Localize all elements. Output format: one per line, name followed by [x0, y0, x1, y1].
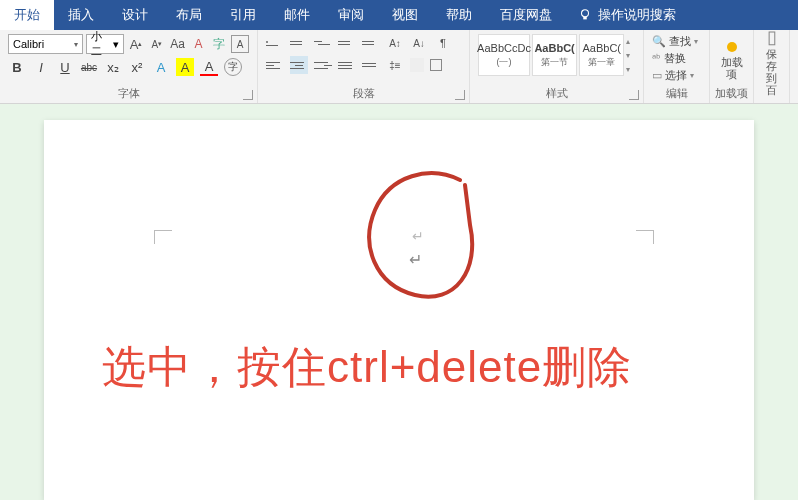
bold-button[interactable]: B — [8, 58, 26, 76]
superscript-button[interactable]: x² — [128, 58, 146, 76]
multilevel-button[interactable] — [314, 34, 332, 52]
numbering-button[interactable] — [290, 34, 308, 52]
save-icon[interactable]: ▯ — [767, 26, 777, 48]
svg-rect-1 — [583, 17, 587, 20]
clear-format-button[interactable]: A — [190, 35, 208, 53]
char-border-button[interactable]: A — [231, 35, 249, 53]
style-preview: AaBbC( — [583, 42, 622, 54]
addin-icon[interactable] — [727, 42, 737, 52]
borders-button[interactable] — [430, 59, 442, 71]
style-preview: AaBbCcDc — [477, 42, 531, 54]
annotation-text: 选中，按住ctrl+delete删除 — [102, 338, 632, 397]
tab-help[interactable]: 帮助 — [432, 0, 486, 30]
font-size-select[interactable]: 小二▾ — [86, 34, 124, 54]
asian-layout-button[interactable]: A↕ — [386, 34, 404, 52]
increase-font-button[interactable]: A▴ — [127, 35, 145, 53]
style-preview: AaBbC( — [534, 42, 574, 54]
margin-marker-tr — [636, 230, 654, 244]
increase-indent-button[interactable] — [362, 34, 380, 52]
styles-scroll-up[interactable]: ▴ — [626, 37, 635, 46]
styles-group-label: 样式 — [470, 86, 643, 101]
margin-marker-tl — [154, 230, 172, 244]
styles-dialog-launcher[interactable] — [629, 90, 639, 100]
group-font: Calibri▾ 小二▾ A▴ A▾ Aa A 字 A B I U abc x₂… — [0, 30, 258, 103]
tab-view[interactable]: 视图 — [378, 0, 432, 30]
show-marks-button[interactable]: ¶ — [434, 34, 452, 52]
style-heading2[interactable]: AaBbC( 第一章 — [579, 34, 624, 76]
group-paragraph: A↕ A↓ ¶ ‡≡ 段落 — [258, 30, 470, 103]
font-name-value: Calibri — [13, 38, 44, 50]
tell-me-label: 操作说明搜索 — [598, 6, 676, 24]
align-left-button[interactable] — [266, 56, 284, 74]
chevron-down-icon: ▾ — [74, 40, 78, 49]
tab-layout[interactable]: 布局 — [162, 0, 216, 30]
find-button[interactable]: 🔍查找▾ — [652, 34, 701, 49]
ribbon: Calibri▾ 小二▾ A▴ A▾ Aa A 字 A B I U abc x₂… — [0, 30, 798, 104]
lightbulb-icon — [578, 8, 592, 22]
italic-button[interactable]: I — [32, 58, 50, 76]
style-name: (一) — [497, 56, 512, 69]
tab-design[interactable]: 设计 — [108, 0, 162, 30]
font-dialog-launcher[interactable] — [243, 90, 253, 100]
font-group-label: 字体 — [0, 86, 257, 101]
subscript-button[interactable]: x₂ — [104, 58, 122, 76]
addin-button-label[interactable]: 加载项 — [718, 56, 745, 80]
chevron-down-icon: ▾ — [113, 38, 119, 51]
svg-point-0 — [582, 10, 589, 17]
align-center-button[interactable] — [290, 56, 308, 74]
paragraph-group-label: 段落 — [258, 86, 469, 101]
menu-bar: 开始 插入 设计 布局 引用 邮件 审阅 视图 帮助 百度网盘 操作说明搜索 — [0, 0, 798, 30]
tab-mailings[interactable]: 邮件 — [270, 0, 324, 30]
paragraph-dialog-launcher[interactable] — [455, 90, 465, 100]
group-addins: 加载项 加载项 — [710, 30, 754, 103]
select-button[interactable]: ▭选择▾ — [652, 68, 701, 83]
font-size-value: 小二 — [91, 29, 113, 59]
justify-button[interactable] — [338, 56, 356, 74]
addins-group-label: 加载项 — [710, 86, 753, 101]
line-spacing-button[interactable]: ‡≡ — [386, 56, 404, 74]
font-color-button[interactable]: A — [200, 58, 218, 76]
text-effects-button[interactable]: A — [152, 58, 170, 76]
replace-icon: ᵃᵇ — [652, 52, 661, 65]
bullets-button[interactable] — [266, 34, 284, 52]
editing-group-label: 编辑 — [644, 86, 709, 101]
baidu-save-label[interactable]: 保存到百 — [762, 48, 781, 96]
phonetic-button[interactable]: 字 — [210, 35, 228, 53]
change-case-button[interactable]: Aa — [169, 35, 187, 53]
sort-button[interactable]: A↓ — [410, 34, 428, 52]
strike-button[interactable]: abc — [80, 58, 98, 76]
style-name: 第一节 — [541, 56, 568, 69]
tab-references[interactable]: 引用 — [216, 0, 270, 30]
highlight-button[interactable]: A — [176, 58, 194, 76]
style-name: 第一章 — [588, 56, 615, 69]
style-normal[interactable]: AaBbCcDc (一) — [478, 34, 530, 76]
group-editing: 🔍查找▾ ᵃᵇ替换 ▭选择▾ 编辑 — [644, 30, 710, 103]
underline-button[interactable]: U — [56, 58, 74, 76]
annotation-circle — [350, 160, 500, 310]
tab-home[interactable]: 开始 — [0, 0, 54, 30]
style-heading1[interactable]: AaBbC( 第一节 — [532, 34, 577, 76]
shading-button[interactable] — [410, 58, 424, 72]
font-name-select[interactable]: Calibri▾ — [8, 34, 83, 54]
document-area: ↵ ↵ 选中，按住ctrl+delete删除 — [0, 104, 798, 500]
document-page[interactable]: ↵ ↵ 选中，按住ctrl+delete删除 — [44, 120, 754, 500]
search-icon: 🔍 — [652, 35, 666, 48]
cursor-icon: ▭ — [652, 69, 662, 82]
tab-review[interactable]: 审阅 — [324, 0, 378, 30]
group-styles: AaBbCcDc (一) AaBbC( 第一节 AaBbC( 第一章 ▴ ▾ ▾… — [470, 30, 644, 103]
decrease-font-button[interactable]: A▾ — [148, 35, 166, 53]
styles-expand[interactable]: ▾ — [626, 65, 635, 74]
enclose-char-button[interactable]: 字 — [224, 58, 242, 76]
group-baidu: ▯ 保存到百 — [754, 30, 790, 103]
decrease-indent-button[interactable] — [338, 34, 356, 52]
tell-me-search[interactable]: 操作说明搜索 — [578, 6, 676, 24]
tab-baidu[interactable]: 百度网盘 — [486, 0, 566, 30]
align-right-button[interactable] — [314, 56, 332, 74]
tab-insert[interactable]: 插入 — [54, 0, 108, 30]
replace-button[interactable]: ᵃᵇ替换 — [652, 51, 701, 66]
distributed-button[interactable] — [362, 56, 380, 74]
styles-scroll-down[interactable]: ▾ — [626, 51, 635, 60]
